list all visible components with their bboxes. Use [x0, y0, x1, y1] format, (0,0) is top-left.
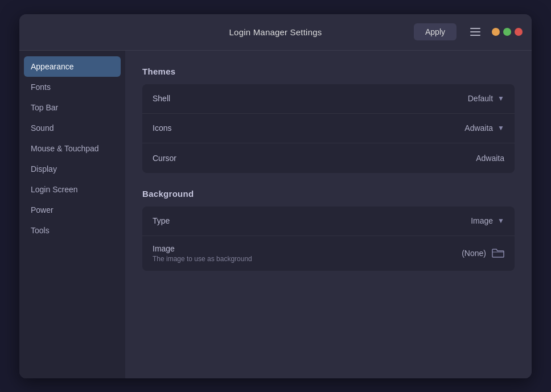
sidebar-item-tools[interactable]: Tools	[19, 220, 125, 241]
shell-dropdown-arrow: ▼	[497, 94, 504, 102]
icons-dropdown-arrow: ▼	[497, 124, 504, 132]
bg-image-sublabel: The image to use as background	[153, 255, 462, 263]
sidebar-item-fonts[interactable]: Fonts	[19, 77, 125, 97]
svg-rect-2	[470, 35, 480, 36]
cursor-value-container: Adwaita	[476, 154, 504, 163]
sidebar: Appearance Fonts Top Bar Sound Mouse & T…	[19, 51, 125, 378]
shell-label: Shell	[153, 94, 468, 103]
window-title: Login Manager Settings	[229, 27, 322, 37]
content-area: Themes Shell Default ▼ Icons Adwaita ▼	[125, 51, 532, 378]
main-content: Appearance Fonts Top Bar Sound Mouse & T…	[19, 51, 532, 378]
maximize-dot[interactable]	[503, 28, 511, 36]
icons-row: Icons Adwaita ▼	[142, 114, 515, 143]
titlebar: Login Manager Settings Apply	[19, 14, 532, 51]
shell-value: Default	[468, 94, 493, 103]
sidebar-item-top-bar[interactable]: Top Bar	[19, 97, 125, 118]
sidebar-item-power[interactable]: Power	[19, 200, 125, 220]
sidebar-item-appearance[interactable]: Appearance	[24, 56, 121, 77]
icons-value: Adwaita	[464, 123, 493, 133]
bg-type-value: Image	[471, 216, 493, 225]
wm-dots	[492, 28, 523, 36]
browse-folder-button[interactable]	[492, 248, 504, 258]
bg-image-row: Image The image to use as background (No…	[142, 236, 515, 271]
bg-image-label-group: Image The image to use as background	[153, 244, 462, 263]
background-card: Type Image ▼ Image The image to use as b…	[142, 207, 515, 271]
app-window: Login Manager Settings Apply Appearance	[19, 14, 532, 378]
svg-rect-0	[470, 28, 480, 29]
hamburger-icon	[470, 28, 480, 36]
sidebar-item-sound[interactable]: Sound	[19, 118, 125, 138]
cursor-row: Cursor Adwaita	[142, 143, 515, 173]
themes-section-title: Themes	[142, 67, 515, 76]
shell-dropdown[interactable]: Default ▼	[468, 94, 504, 103]
cursor-label: Cursor	[153, 154, 476, 163]
bg-type-label: Type	[153, 216, 471, 225]
shell-row: Shell Default ▼	[142, 84, 515, 114]
icons-label: Icons	[153, 123, 464, 133]
bg-image-label: Image	[153, 244, 462, 253]
close-dot[interactable]	[515, 28, 523, 36]
titlebar-controls: Apply	[414, 23, 523, 40]
cursor-value: Adwaita	[476, 154, 504, 163]
bg-image-value: (None)	[462, 249, 486, 258]
sidebar-item-mouse[interactable]: Mouse & Touchpad	[19, 138, 125, 159]
apply-button[interactable]: Apply	[414, 23, 457, 40]
minimize-dot[interactable]	[492, 28, 500, 36]
bg-type-row: Type Image ▼	[142, 207, 515, 236]
folder-open-icon	[492, 248, 504, 258]
bg-image-value-container: (None)	[462, 248, 504, 258]
themes-card: Shell Default ▼ Icons Adwaita ▼	[142, 84, 515, 173]
bg-type-dropdown-arrow: ▼	[497, 217, 504, 225]
sidebar-item-display[interactable]: Display	[19, 159, 125, 179]
background-section-title: Background	[142, 189, 515, 199]
bg-type-dropdown[interactable]: Image ▼	[471, 216, 504, 225]
icons-dropdown[interactable]: Adwaita ▼	[464, 123, 504, 133]
menu-icon-button[interactable]	[468, 26, 483, 38]
svg-rect-1	[470, 31, 480, 32]
sidebar-item-login[interactable]: Login Screen	[19, 179, 125, 200]
